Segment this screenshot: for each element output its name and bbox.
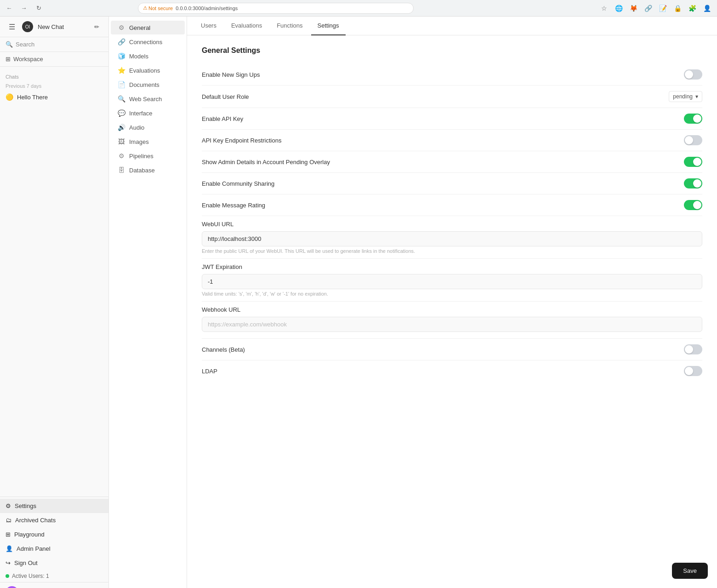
general-icon: ⚙ [117, 24, 125, 31]
nav-label-models: Models [129, 53, 148, 60]
toggle-channels[interactable] [684, 344, 702, 354]
search-row[interactable]: 🔍 Search [0, 37, 108, 52]
search-label: Search [16, 41, 34, 48]
label-message-rating: Enable Message Rating [202, 202, 265, 209]
sidebar-item-settings[interactable]: ⚙ Settings [0, 499, 108, 513]
webhook-url-block: Webhook URL [202, 302, 702, 339]
main-tabs: Users Evaluations Functions Settings [187, 17, 717, 35]
not-secure-label: ⚠ Not secure [143, 5, 173, 11]
label-user-role: Default User Role [202, 93, 249, 100]
save-button-container: Save [672, 563, 708, 579]
ext3-button[interactable]: 🔗 [642, 2, 654, 15]
nav-item-web-search[interactable]: 🔍 Web Search [111, 92, 185, 106]
admin-icon: 👤 [6, 545, 13, 552]
admin-label: Admin Panel [17, 545, 51, 552]
label-api-restrictions: API Key Endpoint Restrictions [202, 137, 281, 144]
toggle-message-rating[interactable] [684, 200, 702, 210]
tab-settings[interactable]: Settings [311, 17, 346, 35]
nav-label-images: Images [129, 138, 149, 145]
back-button[interactable]: ← [4, 3, 15, 14]
user-row[interactable]: V Vladislav [0, 582, 108, 588]
web-search-icon: 🔍 [117, 95, 125, 103]
audio-icon: 🔊 [117, 124, 125, 131]
nav-item-general[interactable]: ⚙ General [111, 21, 185, 34]
reload-button[interactable]: ↻ [33, 3, 44, 14]
models-icon: 🧊 [117, 52, 125, 60]
star-button[interactable]: ☆ [598, 2, 610, 15]
sidebar-content: Chats Previous 7 days 🟡 Hello There [0, 67, 108, 497]
ext4-button[interactable]: 📝 [656, 2, 669, 15]
nav-item-interface[interactable]: 💬 Interface [111, 106, 185, 120]
tab-evaluations[interactable]: Evaluations [225, 17, 268, 35]
app-container: ☰ OI New Chat ✏ 🔍 Search ⊞ Workspace Cha… [0, 17, 717, 588]
chats-label: Chats [0, 72, 108, 81]
toggle-api-key[interactable] [684, 114, 702, 124]
sidebar-footer: ⚙ Settings 🗂 Archived Chats ⊞ Playground… [0, 497, 108, 588]
nav-label-database: Database [129, 167, 155, 174]
dropdown-user-role[interactable]: pending ▾ [669, 91, 702, 102]
toggle-ldap[interactable] [684, 366, 702, 376]
chat-icon: 🟡 [6, 93, 13, 101]
new-chat-button[interactable]: New Chat [37, 22, 86, 32]
sidebar-item-playground[interactable]: ⊞ Playground [0, 527, 108, 542]
webui-url-input-container [202, 231, 702, 246]
workspace-icon: ⊞ [6, 56, 11, 63]
setting-row-channels: Channels (Beta) [202, 339, 702, 360]
evaluations-icon: ⭐ [117, 67, 125, 74]
pipelines-icon: ⚙ [117, 152, 125, 160]
nav-item-images[interactable]: 🖼 Images [111, 135, 185, 148]
workspace-label: Workspace [13, 56, 43, 63]
toggle-api-restrictions[interactable] [684, 135, 702, 145]
nav-label-pipelines: Pipelines [129, 153, 154, 160]
webhook-input[interactable] [202, 317, 702, 332]
connections-icon: 🔗 [117, 38, 125, 46]
nav-label-general: General [129, 24, 150, 31]
nav-label-interface: Interface [129, 110, 153, 117]
label-api-key: Enable API Key [202, 115, 243, 122]
toggle-admin-details[interactable] [684, 157, 702, 167]
sidebar-item-admin-panel[interactable]: 👤 Admin Panel [0, 542, 108, 556]
main-content: Users Evaluations Functions Settings Gen… [187, 17, 717, 588]
nav-item-pipelines[interactable]: ⚙ Pipelines [111, 149, 185, 163]
chat-item-label: Hello There [17, 94, 48, 101]
profile-button[interactable]: 👤 [700, 2, 713, 15]
signout-label: Sign Out [14, 559, 38, 566]
settings-label: Settings [15, 502, 36, 509]
list-item[interactable]: 🟡 Hello There [0, 91, 108, 103]
jwt-input[interactable] [202, 274, 702, 289]
settings-nav: ⚙ General 🔗 Connections 🧊 Models ⭐ Evalu… [109, 17, 187, 588]
ext6-button[interactable]: 🧩 [686, 2, 699, 15]
nav-item-evaluations[interactable]: ⭐ Evaluations [111, 63, 185, 77]
jwt-label: JWT Expiration [202, 263, 702, 270]
nav-item-documents[interactable]: 📄 Documents [111, 78, 185, 91]
nav-item-database[interactable]: 🗄 Database [111, 163, 185, 177]
nav-item-connections[interactable]: 🔗 Connections [111, 35, 185, 49]
webui-url-input[interactable] [202, 231, 702, 246]
ext2-button[interactable]: 🦊 [627, 2, 640, 15]
nav-label-documents: Documents [129, 81, 159, 88]
edit-button[interactable]: ✏ [90, 20, 103, 33]
archived-icon: 🗂 [6, 517, 11, 524]
tab-users[interactable]: Users [194, 17, 223, 35]
ext5-button[interactable]: 🔒 [671, 2, 684, 15]
toggle-community-sharing[interactable] [684, 178, 702, 188]
search-icon: 🔍 [6, 41, 13, 48]
tab-functions[interactable]: Functions [270, 17, 309, 35]
nav-item-audio[interactable]: 🔊 Audio [111, 120, 185, 134]
label-admin-details: Show Admin Details in Account Pending Ov… [202, 159, 330, 166]
sidebar-item-archived-chats[interactable]: 🗂 Archived Chats [0, 513, 108, 527]
toggle-new-signups[interactable] [684, 69, 702, 80]
setting-row-community-sharing: Enable Community Sharing [202, 173, 702, 194]
ext1-button[interactable]: 🌐 [612, 2, 625, 15]
workspace-item[interactable]: ⊞ Workspace [0, 52, 108, 67]
save-button[interactable]: Save [672, 563, 708, 579]
setting-row-new-signups: Enable New Sign Ups [202, 64, 702, 86]
setting-row-message-rating: Enable Message Rating [202, 194, 702, 216]
setting-row-user-role: Default User Role pending ▾ [202, 86, 702, 108]
forward-button[interactable]: → [18, 3, 29, 14]
sidebar-item-sign-out[interactable]: ↪ Sign Out [0, 556, 108, 570]
nav-item-models[interactable]: 🧊 Models [111, 49, 185, 63]
menu-button[interactable]: ☰ [6, 20, 18, 33]
nav-label-web-search: Web Search [129, 96, 162, 103]
documents-icon: 📄 [117, 81, 125, 88]
